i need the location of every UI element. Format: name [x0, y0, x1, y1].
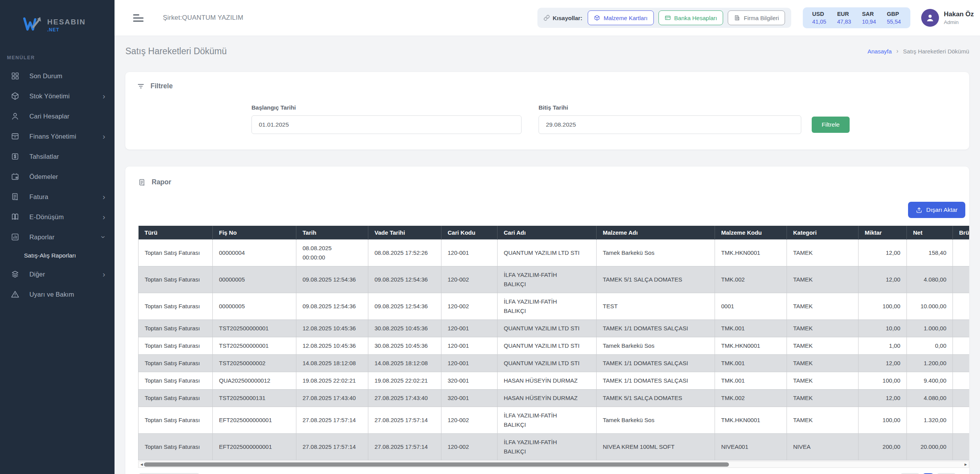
table-row[interactable]: Toptan Satış FaturasıEFT202500000000127.… [139, 434, 970, 460]
sidebar-item-label: E-Dönüşüm [29, 213, 64, 221]
table-row[interactable]: Toptan Satış Faturası0000000509.08.2025 … [139, 293, 970, 320]
table-row[interactable]: Toptan Satış FaturasıEFT202500000000127.… [139, 407, 970, 434]
table-row[interactable]: Toptan Satış FaturasıQUA20250000001219.0… [139, 372, 970, 390]
table-row[interactable]: Toptan Satış Faturası0000000408.08.2025 … [139, 240, 970, 266]
sidebar-item[interactable]: Raporlar› [0, 227, 115, 247]
currency-rate: USD41,05 [812, 11, 826, 25]
table-cell: TMK.001 [715, 355, 787, 372]
sidebar-item[interactable]: Finans Yönetimi› [0, 126, 115, 146]
scrollbar-thumb[interactable] [144, 462, 729, 467]
chevron-right-icon: › [103, 132, 105, 140]
table-row[interactable]: Toptan Satış FaturasıTST2025000000214.08… [139, 355, 970, 372]
start-date-input[interactable] [251, 115, 522, 134]
table-cell [953, 293, 970, 320]
table-row[interactable]: Toptan Satış FaturasıTST20250000000112.0… [139, 337, 970, 355]
sidebar-item[interactable]: Fatura› [0, 187, 115, 207]
table-column-header: Fiş No [213, 226, 296, 240]
table-cell: 1,00 [859, 337, 907, 355]
layers-icon [11, 270, 19, 278]
sidebar-item[interactable]: Son Durum [0, 66, 115, 86]
table-cell: 120-002 [441, 407, 498, 434]
link-icon [544, 15, 550, 21]
sidebar-item[interactable]: Cari Hesaplar [0, 106, 115, 126]
table-row[interactable]: Toptan Satış FaturasıTST20250000000112.0… [139, 320, 970, 337]
table-cell: 19.08.2025 22:02:21 [296, 372, 368, 390]
table-column-header: Net [907, 226, 953, 240]
book-icon [11, 213, 19, 221]
table-column-header: Malzeme Adı [597, 226, 715, 240]
currency-code: GBP [887, 11, 901, 17]
table-cell: 320-001 [441, 390, 498, 407]
wallet-icon [11, 172, 19, 181]
table-cell: 4.080,00 [907, 390, 953, 407]
breadcrumb-separator-icon: › [896, 48, 898, 55]
table-column-header: Vade Tarihi [368, 226, 441, 240]
breadcrumb-home-link[interactable]: Anasayfa [867, 48, 892, 55]
table-row[interactable]: Toptan Satış Faturası0000000509.08.2025 … [139, 266, 970, 293]
sidebar-item-label: Diğer [29, 271, 45, 278]
table-cell: 27.08.2025 17:57:14 [368, 407, 441, 434]
currency-code: EUR [837, 11, 851, 17]
app-page: HESABIN .NET MENÜLER Son DurumStok Yönet… [0, 0, 980, 474]
table-column-header: Cari Adı [498, 226, 597, 240]
filter-button[interactable]: Filtrele [812, 117, 850, 133]
table-cell: Toptan Satış Faturası [139, 355, 213, 372]
table-cell: TMK.002 [715, 390, 787, 407]
sidebar-item-label: Raporlar [29, 234, 55, 241]
report-icon [138, 179, 146, 186]
end-date-input[interactable] [539, 115, 801, 134]
shortcut-button[interactable]: Firma Bilgileri [728, 10, 785, 25]
user-name: Hakan Öz [944, 10, 974, 18]
sidebar-item[interactable]: Tahsilatlar [0, 146, 115, 167]
shortcut-button-label: Firma Bilgileri [744, 15, 779, 21]
sidebar-item[interactable]: Stok Yönetimi› [0, 86, 115, 106]
table-cell: NIVEA [787, 434, 859, 460]
table-cell: 120-002 [441, 293, 498, 320]
table-column-header: Kategori [787, 226, 859, 240]
sidebar-item[interactable]: Diğer› [0, 264, 115, 284]
table-cell [953, 355, 970, 372]
horizontal-scrollbar[interactable]: ◀ ▶ [138, 461, 969, 468]
sidebar-item-label: Fatura [29, 193, 48, 201]
table-cell: Toptan Satış Faturası [139, 293, 213, 320]
table-cell: 100,00 [859, 293, 907, 320]
table-cell: Toptan Satış Faturası [139, 240, 213, 266]
table-cell: 09.08.2025 12:54:36 [296, 266, 368, 293]
table-cell: TAMEK [787, 355, 859, 372]
sidebar-subitem[interactable]: Satış-Alış Raporları [0, 247, 115, 264]
shortcut-button[interactable]: Malzeme Kartları [588, 10, 653, 25]
table-row[interactable]: Toptan Satış FaturasıTST2025000013127.08… [139, 390, 970, 407]
export-button[interactable]: Dışarı Aktar [908, 202, 965, 218]
table-cell: TST202500000001 [213, 337, 296, 355]
brand-logo[interactable]: HESABIN .NET [0, 0, 115, 40]
table-column-header: Tarih [296, 226, 368, 240]
shortcut-button[interactable]: Banka Hesapları [658, 10, 723, 25]
table-cell: 12,00 [859, 266, 907, 293]
chevron-right-icon: › [103, 270, 105, 278]
table-cell: 09.08.2025 12:54:36 [296, 293, 368, 320]
table-cell: QUANTUM YAZILIM LTD STI [498, 337, 597, 355]
currency-value: 55,54 [887, 19, 901, 25]
table-cell: 09.08.2025 12:54:36 [368, 293, 441, 320]
sidebar-item[interactable]: E-Dönüşüm› [0, 207, 115, 227]
table-cell: 10.000,00 [907, 293, 953, 320]
scroll-right-icon[interactable]: ▶ [963, 462, 969, 467]
table-cell: 9.400,00 [907, 372, 953, 390]
user-menu[interactable]: Hakan Öz Admin [921, 9, 974, 27]
sidebar-section-label: MENÜLER [0, 40, 115, 66]
chevron-right-icon: › [103, 92, 105, 100]
sidebar-item[interactable]: Ödemeler [0, 167, 115, 187]
table-cell [953, 390, 970, 407]
sidebar-item[interactable]: Uyarı ve Bakım [0, 284, 115, 304]
chart-icon [11, 233, 19, 241]
filter-title: Filtrele [151, 82, 173, 90]
currency-value: 47,83 [837, 19, 851, 25]
table-cell [953, 266, 970, 293]
report-table-zone: TürüFiş NoTarihVade TarihiCari KoduCari … [138, 226, 969, 460]
menu-toggle-icon[interactable] [133, 14, 144, 22]
table-cell: 09.08.2025 12:54:36 [368, 266, 441, 293]
table-cell: 200,00 [859, 434, 907, 460]
sidebar: HESABIN .NET MENÜLER Son DurumStok Yönet… [0, 0, 115, 474]
topbar: Şirket:QUANTUM YAZILIM Kısayollar: Malze… [115, 0, 980, 36]
table-cell: 100,00 [859, 372, 907, 390]
